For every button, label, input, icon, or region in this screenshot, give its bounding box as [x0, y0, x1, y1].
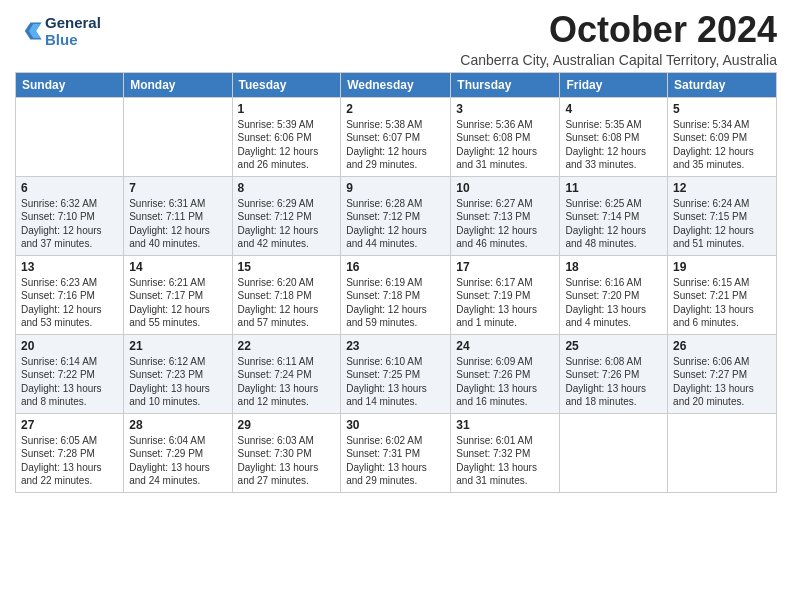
day-number: 24 [456, 339, 554, 353]
day-info: Sunrise: 6:09 AM Sunset: 7:26 PM Dayligh… [456, 355, 554, 409]
day-info: Sunrise: 6:20 AM Sunset: 7:18 PM Dayligh… [238, 276, 336, 330]
day-info: Sunrise: 6:21 AM Sunset: 7:17 PM Dayligh… [129, 276, 226, 330]
calendar-week-4: 20Sunrise: 6:14 AM Sunset: 7:22 PM Dayli… [16, 334, 777, 413]
day-info: Sunrise: 6:25 AM Sunset: 7:14 PM Dayligh… [565, 197, 662, 251]
day-number: 23 [346, 339, 445, 353]
logo: General Blue [15, 14, 101, 48]
day-info: Sunrise: 6:03 AM Sunset: 7:30 PM Dayligh… [238, 434, 336, 488]
calendar-week-3: 13Sunrise: 6:23 AM Sunset: 7:16 PM Dayli… [16, 255, 777, 334]
day-info: Sunrise: 6:14 AM Sunset: 7:22 PM Dayligh… [21, 355, 118, 409]
month-title: October 2024 [101, 10, 777, 50]
calendar-cell: 5Sunrise: 5:34 AM Sunset: 6:09 PM Daylig… [668, 97, 777, 176]
col-sunday: Sunday [16, 72, 124, 97]
subtitle: Canberra City, Australian Capital Territ… [101, 52, 777, 68]
day-info: Sunrise: 6:12 AM Sunset: 7:23 PM Dayligh… [129, 355, 226, 409]
calendar-cell: 2Sunrise: 5:38 AM Sunset: 6:07 PM Daylig… [341, 97, 451, 176]
logo-text: General Blue [45, 14, 101, 48]
calendar-cell: 20Sunrise: 6:14 AM Sunset: 7:22 PM Dayli… [16, 334, 124, 413]
calendar-cell: 19Sunrise: 6:15 AM Sunset: 7:21 PM Dayli… [668, 255, 777, 334]
day-number: 5 [673, 102, 771, 116]
day-info: Sunrise: 6:29 AM Sunset: 7:12 PM Dayligh… [238, 197, 336, 251]
calendar-cell: 3Sunrise: 5:36 AM Sunset: 6:08 PM Daylig… [451, 97, 560, 176]
calendar-cell [668, 413, 777, 492]
day-number: 15 [238, 260, 336, 274]
day-number: 7 [129, 181, 226, 195]
day-info: Sunrise: 5:35 AM Sunset: 6:08 PM Dayligh… [565, 118, 662, 172]
day-number: 3 [456, 102, 554, 116]
header: General Blue October 2024 Canberra City,… [15, 10, 777, 68]
day-number: 12 [673, 181, 771, 195]
day-number: 19 [673, 260, 771, 274]
calendar-cell: 22Sunrise: 6:11 AM Sunset: 7:24 PM Dayli… [232, 334, 341, 413]
day-info: Sunrise: 5:34 AM Sunset: 6:09 PM Dayligh… [673, 118, 771, 172]
calendar-cell: 1Sunrise: 5:39 AM Sunset: 6:06 PM Daylig… [232, 97, 341, 176]
col-monday: Monday [124, 72, 232, 97]
day-number: 25 [565, 339, 662, 353]
day-info: Sunrise: 6:01 AM Sunset: 7:32 PM Dayligh… [456, 434, 554, 488]
day-info: Sunrise: 5:38 AM Sunset: 6:07 PM Dayligh… [346, 118, 445, 172]
day-number: 26 [673, 339, 771, 353]
day-info: Sunrise: 6:11 AM Sunset: 7:24 PM Dayligh… [238, 355, 336, 409]
day-number: 2 [346, 102, 445, 116]
day-info: Sunrise: 6:06 AM Sunset: 7:27 PM Dayligh… [673, 355, 771, 409]
calendar-cell [124, 97, 232, 176]
day-number: 28 [129, 418, 226, 432]
calendar-cell: 27Sunrise: 6:05 AM Sunset: 7:28 PM Dayli… [16, 413, 124, 492]
day-number: 21 [129, 339, 226, 353]
day-info: Sunrise: 5:39 AM Sunset: 6:06 PM Dayligh… [238, 118, 336, 172]
col-thursday: Thursday [451, 72, 560, 97]
day-info: Sunrise: 6:15 AM Sunset: 7:21 PM Dayligh… [673, 276, 771, 330]
day-number: 1 [238, 102, 336, 116]
calendar-cell: 30Sunrise: 6:02 AM Sunset: 7:31 PM Dayli… [341, 413, 451, 492]
day-info: Sunrise: 6:24 AM Sunset: 7:15 PM Dayligh… [673, 197, 771, 251]
calendar-cell: 15Sunrise: 6:20 AM Sunset: 7:18 PM Dayli… [232, 255, 341, 334]
col-saturday: Saturday [668, 72, 777, 97]
calendar-cell: 17Sunrise: 6:17 AM Sunset: 7:19 PM Dayli… [451, 255, 560, 334]
calendar-cell [560, 413, 668, 492]
day-info: Sunrise: 5:36 AM Sunset: 6:08 PM Dayligh… [456, 118, 554, 172]
calendar-header-row: Sunday Monday Tuesday Wednesday Thursday… [16, 72, 777, 97]
calendar-cell: 12Sunrise: 6:24 AM Sunset: 7:15 PM Dayli… [668, 176, 777, 255]
calendar-cell: 21Sunrise: 6:12 AM Sunset: 7:23 PM Dayli… [124, 334, 232, 413]
day-number: 11 [565, 181, 662, 195]
calendar-cell: 25Sunrise: 6:08 AM Sunset: 7:26 PM Dayli… [560, 334, 668, 413]
page: General Blue October 2024 Canberra City,… [0, 0, 792, 612]
day-number: 30 [346, 418, 445, 432]
calendar-cell: 9Sunrise: 6:28 AM Sunset: 7:12 PM Daylig… [341, 176, 451, 255]
day-info: Sunrise: 6:16 AM Sunset: 7:20 PM Dayligh… [565, 276, 662, 330]
day-info: Sunrise: 6:32 AM Sunset: 7:10 PM Dayligh… [21, 197, 118, 251]
day-info: Sunrise: 6:17 AM Sunset: 7:19 PM Dayligh… [456, 276, 554, 330]
day-info: Sunrise: 6:28 AM Sunset: 7:12 PM Dayligh… [346, 197, 445, 251]
col-friday: Friday [560, 72, 668, 97]
calendar: Sunday Monday Tuesday Wednesday Thursday… [15, 72, 777, 493]
day-number: 9 [346, 181, 445, 195]
day-number: 6 [21, 181, 118, 195]
col-tuesday: Tuesday [232, 72, 341, 97]
day-info: Sunrise: 6:05 AM Sunset: 7:28 PM Dayligh… [21, 434, 118, 488]
day-info: Sunrise: 6:10 AM Sunset: 7:25 PM Dayligh… [346, 355, 445, 409]
day-number: 8 [238, 181, 336, 195]
day-info: Sunrise: 6:04 AM Sunset: 7:29 PM Dayligh… [129, 434, 226, 488]
day-info: Sunrise: 6:02 AM Sunset: 7:31 PM Dayligh… [346, 434, 445, 488]
day-info: Sunrise: 6:08 AM Sunset: 7:26 PM Dayligh… [565, 355, 662, 409]
calendar-cell: 23Sunrise: 6:10 AM Sunset: 7:25 PM Dayli… [341, 334, 451, 413]
day-number: 29 [238, 418, 336, 432]
day-number: 4 [565, 102, 662, 116]
day-info: Sunrise: 6:27 AM Sunset: 7:13 PM Dayligh… [456, 197, 554, 251]
calendar-week-2: 6Sunrise: 6:32 AM Sunset: 7:10 PM Daylig… [16, 176, 777, 255]
day-number: 27 [21, 418, 118, 432]
calendar-cell: 10Sunrise: 6:27 AM Sunset: 7:13 PM Dayli… [451, 176, 560, 255]
day-number: 20 [21, 339, 118, 353]
day-number: 18 [565, 260, 662, 274]
day-number: 14 [129, 260, 226, 274]
calendar-cell: 13Sunrise: 6:23 AM Sunset: 7:16 PM Dayli… [16, 255, 124, 334]
day-number: 16 [346, 260, 445, 274]
calendar-cell [16, 97, 124, 176]
calendar-cell: 24Sunrise: 6:09 AM Sunset: 7:26 PM Dayli… [451, 334, 560, 413]
day-number: 31 [456, 418, 554, 432]
calendar-cell: 8Sunrise: 6:29 AM Sunset: 7:12 PM Daylig… [232, 176, 341, 255]
day-number: 17 [456, 260, 554, 274]
calendar-cell: 28Sunrise: 6:04 AM Sunset: 7:29 PM Dayli… [124, 413, 232, 492]
calendar-cell: 4Sunrise: 5:35 AM Sunset: 6:08 PM Daylig… [560, 97, 668, 176]
calendar-cell: 31Sunrise: 6:01 AM Sunset: 7:32 PM Dayli… [451, 413, 560, 492]
